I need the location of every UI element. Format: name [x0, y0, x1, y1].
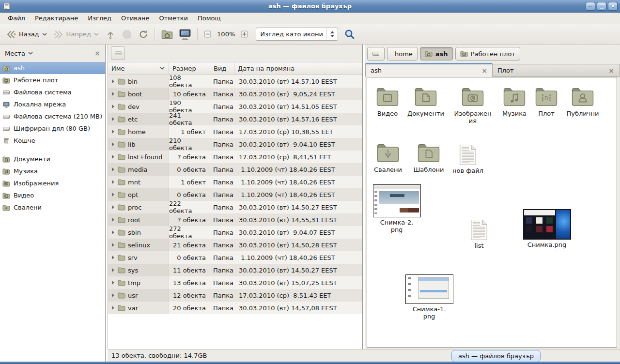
- expander-icon[interactable]: [112, 92, 114, 96]
- forward-button[interactable]: Напред: [50, 27, 102, 42]
- expander-icon[interactable]: [112, 256, 114, 259]
- expander-icon[interactable]: [112, 218, 114, 222]
- sidebar-place-item[interactable]: Изображения: [0, 177, 105, 189]
- file-row[interactable]: lib 210 обекта Папка 30.03.2010 (вт) 9,0…: [108, 138, 362, 151]
- file-row[interactable]: sys 11 обекта Папка 30.03.2010 (вт) 14,5…: [108, 264, 362, 276]
- file-row[interactable]: root ? обекта Папка 30.03.2010 (вт) 14,5…: [108, 213, 362, 226]
- expander-icon[interactable]: [112, 105, 114, 108]
- tab[interactable]: ash ×: [365, 63, 493, 77]
- chevron-down-icon[interactable]: [42, 31, 47, 37]
- sidebar-place-item[interactable]: Кошче: [0, 135, 105, 147]
- expander-icon[interactable]: [112, 79, 114, 83]
- stop-button[interactable]: [119, 27, 135, 42]
- back-button[interactable]: Назад: [3, 27, 50, 42]
- column-header-date[interactable]: Дата на промяна: [234, 62, 362, 74]
- reload-button[interactable]: [135, 27, 152, 42]
- menu-item[interactable]: Файл: [3, 13, 30, 23]
- expander-icon[interactable]: [112, 167, 114, 171]
- file-row[interactable]: bin 108 обекта Папка 30.03.2010 (вт) 14,…: [108, 75, 362, 88]
- file-row[interactable]: selinux 21 обекта Папка 30.03.2010 (вт) …: [108, 239, 362, 251]
- menu-item[interactable]: Изглед: [83, 13, 116, 23]
- tab-close-icon[interactable]: ×: [481, 67, 487, 75]
- up-button[interactable]: [102, 27, 119, 42]
- icon-view-item[interactable]: list: [460, 214, 498, 249]
- expander-icon[interactable]: [112, 268, 114, 272]
- file-row[interactable]: boot 10 обекта Папка 30.03.2010 (вт) 9,0…: [108, 88, 362, 100]
- file-row[interactable]: mnt 1 обект Папка 1.10.2009 (чт) 18,40,2…: [108, 176, 362, 188]
- expander-icon[interactable]: [112, 180, 114, 184]
- sidebar-close-icon[interactable]: ×: [94, 49, 100, 57]
- icon-view-item[interactable]: Видео: [368, 82, 407, 117]
- file-row[interactable]: usr 12 обекта Папка 17.03.2010 (ср) 8,51…: [108, 289, 362, 302]
- file-row[interactable]: sbin 272 обекта Папка 30.03.2010 (вт) 9,…: [108, 226, 362, 239]
- sort-indicator-icon: [159, 65, 165, 71]
- search-button[interactable]: [343, 28, 356, 41]
- sidebar-place-item[interactable]: Видео: [0, 189, 105, 201]
- sidebar-place-item[interactable]: Музика: [0, 165, 105, 177]
- tab-close-icon[interactable]: ×: [608, 67, 614, 75]
- pathbar-button[interactable]: Работен плот: [455, 47, 520, 61]
- icon-view-item[interactable]: нов файл: [449, 139, 487, 174]
- expander-icon[interactable]: [112, 193, 114, 197]
- menu-item[interactable]: Отиване: [116, 13, 154, 23]
- sidebar-place-item[interactable]: Работен плот: [0, 74, 105, 86]
- sidebar-place-item[interactable]: Файлова система (210 MB): [0, 110, 105, 122]
- zoom-in-button[interactable]: [238, 29, 251, 40]
- file-row[interactable]: lost+found ? обекта Папка 17.03.2010 (ср…: [108, 151, 362, 163]
- icon-view-item[interactable]: Изображен ия: [453, 82, 492, 125]
- menu-item[interactable]: Помощ: [193, 13, 226, 23]
- file-row[interactable]: media 0 обекта Папка 1.10.2009 (чт) 18,4…: [108, 163, 362, 176]
- maximize-button[interactable]: □: [597, 2, 606, 11]
- sidebar-place-item[interactable]: Файлова система: [0, 86, 105, 98]
- column-header-size[interactable]: Размер: [169, 62, 210, 74]
- root-location-button[interactable]: [111, 46, 125, 60]
- expander-icon[interactable]: [112, 205, 114, 209]
- icon-view-item[interactable]: Шаблони: [409, 138, 448, 173]
- pathbar-button[interactable]: home: [387, 47, 418, 61]
- sidebar-place-item[interactable]: Свалени: [0, 201, 105, 213]
- expander-icon[interactable]: [112, 293, 114, 297]
- file-row[interactable]: etc 241 обекта Папка 30.03.2010 (вт) 14,…: [108, 113, 362, 125]
- sidebar-place-item[interactable]: Шифриран дял (80 GB): [0, 122, 105, 135]
- icon-view-item[interactable]: Документи: [405, 82, 446, 117]
- icon-view-item[interactable]: Снимка.png: [522, 209, 572, 248]
- expander-icon[interactable]: [112, 155, 114, 159]
- sidebar-place-item[interactable]: Локална мрежа: [0, 98, 105, 110]
- close-button[interactable]: ×: [608, 2, 618, 11]
- file-row[interactable]: dev 190 обекта Папка 30.03.2010 (вт) 14,…: [108, 100, 362, 113]
- minimize-button[interactable]: −: [586, 2, 595, 11]
- computer-button[interactable]: [176, 27, 194, 42]
- view-mode-select[interactable]: Изглед като икони: [256, 28, 338, 41]
- tab[interactable]: Плот ×: [493, 64, 620, 77]
- expander-icon[interactable]: [112, 130, 114, 134]
- icon-view-item[interactable]: Свалени: [369, 138, 407, 173]
- file-row[interactable]: opt 0 обекта Папка 1.10.2009 (чт) 18,40,…: [108, 188, 362, 201]
- sidebar-place-item[interactable]: Документи: [0, 153, 105, 165]
- file-row[interactable]: var 20 обекта Папка 30.03.2010 (вт) 14,5…: [108, 302, 362, 314]
- chevron-down-icon[interactable]: [28, 50, 33, 56]
- file-row[interactable]: home 1 обект Папка 17.03.2010 (ср) 10,38…: [108, 125, 362, 138]
- icon-view-item[interactable]: Публични: [562, 82, 603, 117]
- icon-view-item[interactable]: Снимка-2. png: [372, 184, 422, 234]
- zoom-out-button[interactable]: [201, 29, 214, 40]
- expander-icon[interactable]: [112, 142, 114, 146]
- column-header-name[interactable]: Име: [108, 62, 169, 74]
- expander-icon[interactable]: [112, 281, 114, 285]
- home-button[interactable]: [158, 27, 176, 42]
- expander-icon[interactable]: [112, 243, 114, 247]
- file-row[interactable]: proc 222 обекта Папка 30.03.2010 (вт) 14…: [108, 201, 362, 213]
- sidebar-place-item[interactable]: ash: [0, 62, 105, 74]
- column-header-type[interactable]: Вид: [210, 62, 234, 74]
- pathbar-button[interactable]: [367, 47, 385, 61]
- expander-icon[interactable]: [112, 117, 114, 121]
- file-row[interactable]: tmp 13 обекта Папка 30.03.2010 (вт) 15,0…: [108, 276, 362, 289]
- menu-item[interactable]: Редактиране: [30, 13, 83, 23]
- pathbar-button[interactable]: ash: [420, 47, 453, 61]
- sidebar-title[interactable]: Места: [5, 50, 25, 57]
- menu-item[interactable]: Отметки: [154, 13, 192, 23]
- icon-view-item[interactable]: D Плот: [527, 82, 566, 117]
- file-row[interactable]: srv 0 обекта Папка 1.10.2009 (чт) 18,40,…: [108, 251, 362, 264]
- expander-icon[interactable]: [112, 230, 114, 234]
- expander-icon[interactable]: [112, 306, 114, 310]
- icon-view-item[interactable]: Снимка-1. png: [404, 274, 454, 320]
